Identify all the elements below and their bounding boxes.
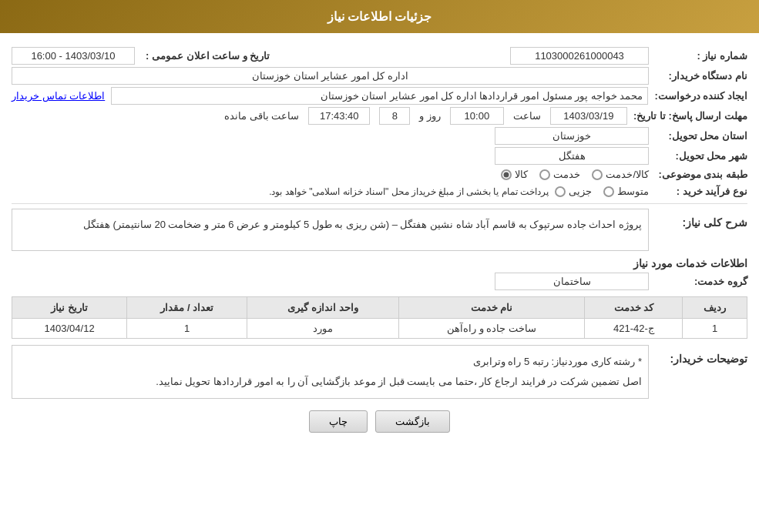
jozii-label: جزیی xyxy=(569,186,592,197)
day-label-static: روز و xyxy=(419,110,441,122)
cell-name: ساخت جاده و راه‌آهن xyxy=(398,319,584,339)
kala-label: کالا xyxy=(515,169,528,180)
contact-info-link[interactable]: اطلاعات تماس خریدار xyxy=(12,90,105,102)
col-code: کد خدمت xyxy=(585,297,683,319)
row-province: استان محل تحویل: خوزستان xyxy=(12,127,747,145)
row-buyer-org: نام دستگاه خریدار: اداره کل امور عشایر ا… xyxy=(12,67,747,85)
col-row: ردیف xyxy=(683,297,747,319)
notes-label: توضیحات خریدار: xyxy=(655,351,747,366)
separator-1 xyxy=(12,203,747,204)
radio-kala-khedmat[interactable]: کالا/خدمت xyxy=(592,169,649,180)
radio-motavaset[interactable]: متوسط xyxy=(603,186,649,197)
response-remaining-value: 17:43:40 xyxy=(308,107,370,125)
note-star: * رشته کاری موردنیاز: رتبه 5 راه وترابری xyxy=(18,352,642,372)
description-label: شرح کلی نیاز: xyxy=(655,215,747,230)
cell-count: 1 xyxy=(127,319,247,339)
announce-date-label: تاریخ و ساعت اعلان عمومی : xyxy=(146,49,270,63)
row-category: طبقه بندی موضوعی: کالا/خدمت خدمت کالا xyxy=(12,167,747,182)
col-count: تعداد / مقدار xyxy=(127,297,247,319)
row-description: شرح کلی نیاز: پروژه احداث جاده سرتپوک به… xyxy=(12,209,747,251)
cell-code: ج-42-421 xyxy=(585,319,683,339)
main-content: شماره نیاز : 1103000261000043 تاریخ و سا… xyxy=(0,33,759,452)
row-need-number: شماره نیاز : 1103000261000043 تاریخ و سا… xyxy=(12,47,747,65)
response-date-value: 1403/03/19 xyxy=(550,107,627,125)
category-radio-group: کالا/خدمت خدمت کالا xyxy=(501,169,649,180)
city-label: شهر محل تحویل: xyxy=(655,149,747,163)
cell-unit: مورد xyxy=(247,319,399,339)
province-label: استان محل تحویل: xyxy=(655,129,747,143)
print-button[interactable]: چاپ xyxy=(309,410,368,433)
khedmat-label: خدمت xyxy=(553,169,580,180)
row-creator: ایجاد کننده درخواست: محمد خواجه پور مسئو… xyxy=(12,87,747,105)
creator-label: ایجاد کننده درخواست: xyxy=(654,89,747,103)
back-button[interactable]: بازگشت xyxy=(375,410,450,433)
notes-content: * رشته کاری موردنیاز: رتبه 5 راه وترابری… xyxy=(12,345,649,399)
service-group-value: ساختمان xyxy=(495,273,649,290)
col-date: تاریخ نیاز xyxy=(12,297,127,319)
process-label: نوع فرآیند خرید : xyxy=(655,184,747,199)
radio-khedmat[interactable]: خدمت xyxy=(539,169,580,180)
row-city: شهر محل تحویل: هفتگل xyxy=(12,147,747,165)
kala-dot xyxy=(501,169,512,180)
row-service-group: گروه خدمت: ساختمان xyxy=(12,273,747,290)
row-notes: توضیحات خریدار: * رشته کاری موردنیاز: رت… xyxy=(12,345,747,399)
services-info-title: اطلاعات خدمات مورد نیاز xyxy=(12,257,747,269)
description-value: پروژه احداث جاده سرتپوک به قاسم آباد شاه… xyxy=(12,209,649,251)
header-title: جزئیات اطلاعات نیاز xyxy=(327,10,432,23)
remaining-label-static: ساعت باقی مانده xyxy=(224,110,299,122)
table-body: 1 ج-42-421 ساخت جاده و راه‌آهن مورد 1 14… xyxy=(12,319,747,339)
col-unit: واحد اندازه گیری xyxy=(247,297,399,319)
response-time-value: 10:00 xyxy=(450,107,504,125)
date-label: مهلت ارسال پاسخ: تا تاریخ: xyxy=(633,109,747,123)
category-label: طبقه بندی موضوعی: xyxy=(655,167,747,182)
buyer-org-value: اداره کل امور عشایر استان خوزستان xyxy=(12,67,649,85)
cell-date: 1403/04/12 xyxy=(12,319,127,339)
motavaset-dot xyxy=(603,186,614,197)
response-days-value: 8 xyxy=(379,107,410,125)
page-header: جزئیات اطلاعات نیاز xyxy=(0,0,759,33)
row-process: نوع فرآیند خرید : متوسط جزیی پرداخت تمام… xyxy=(12,184,747,199)
kala-khedmat-label: کالا/خدمت xyxy=(606,169,649,180)
city-value: هفتگل xyxy=(495,147,649,165)
service-group-label: گروه خدمت: xyxy=(655,274,747,289)
table-row: 1 ج-42-421 ساخت جاده و راه‌آهن مورد 1 14… xyxy=(12,319,747,339)
motavaset-label: متوسط xyxy=(617,186,649,197)
need-number-value: 1103000261000043 xyxy=(510,47,649,65)
page-wrapper: جزئیات اطلاعات نیاز شماره نیاز : 1103000… xyxy=(0,0,759,532)
radio-jozii[interactable]: جزیی xyxy=(555,186,592,197)
jozii-dot xyxy=(555,186,566,197)
radio-kala[interactable]: کالا xyxy=(501,169,528,180)
khedmat-dot xyxy=(539,169,550,180)
cell-row: 1 xyxy=(683,319,747,339)
time-label-static: ساعت xyxy=(513,110,541,122)
note-line2: اصل تضمین شرکت در فرایند ارجاع کار ،حتما… xyxy=(18,372,642,392)
province-value: خوزستان xyxy=(495,127,649,145)
announce-date-value: 1403/03/10 - 16:00 xyxy=(12,47,135,65)
process-note: پرداخت تمام یا بخشی از مبلغ خریداز محل "… xyxy=(269,186,549,197)
col-name: نام خدمت xyxy=(398,297,584,319)
process-radio-group: متوسط جزیی xyxy=(555,186,649,197)
table-header: ردیف کد خدمت نام خدمت واحد اندازه گیری ت… xyxy=(12,297,747,319)
services-table: ردیف کد خدمت نام خدمت واحد اندازه گیری ت… xyxy=(12,296,747,339)
row-response-date: مهلت ارسال پاسخ: تا تاریخ: 1403/03/19 سا… xyxy=(12,107,747,125)
button-row: بازگشت چاپ xyxy=(12,410,747,433)
buyer-org-label: نام دستگاه خریدار: xyxy=(655,69,747,83)
table-header-row: ردیف کد خدمت نام خدمت واحد اندازه گیری ت… xyxy=(12,297,747,319)
kala-khedmat-dot xyxy=(592,169,603,180)
creator-value: محمد خواجه پور مسئول امور قراردادها ادار… xyxy=(111,87,648,105)
need-number-label: شماره نیاز : xyxy=(655,49,747,63)
